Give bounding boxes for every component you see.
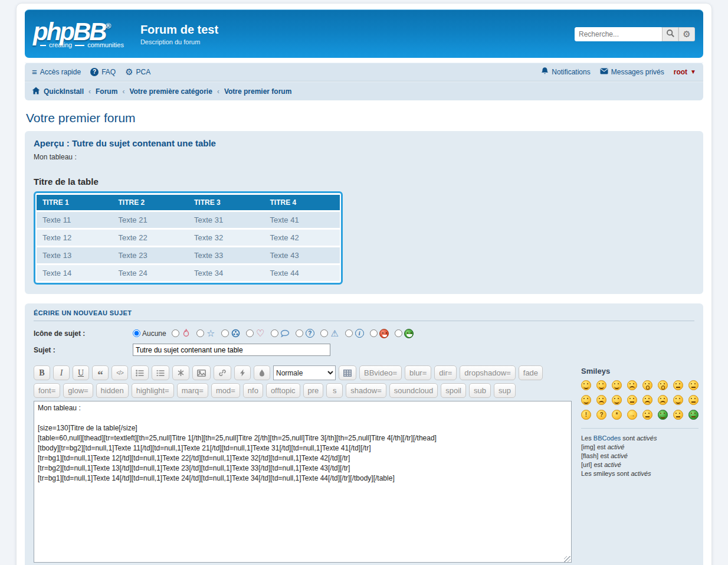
blur-button[interactable]: blur= (405, 365, 431, 380)
smiley-arrow-icon[interactable]: → (627, 410, 637, 420)
preview-table: TITRE 1 TITRE 2 TITRE 3 TITRE 4 Texte 11… (34, 191, 343, 285)
smiley-shocked-icon[interactable] (658, 380, 668, 390)
smiley-idea-icon[interactable]: * (612, 410, 622, 420)
navbar-top-row: ≡ Accès rapide ? FAQ ⚙ PCA Notifications (25, 63, 703, 81)
topic-icon-none-label: Aucune (142, 329, 166, 338)
smiley-mr-green-icon[interactable] (658, 410, 668, 420)
nfo-button[interactable]: nfo (243, 383, 263, 398)
ordered-list-button[interactable] (152, 365, 169, 380)
bullet-list-button[interactable] (131, 365, 149, 380)
smiley-ultra-geek-icon[interactable] (688, 410, 699, 420)
site-name[interactable]: Forum de test (140, 23, 218, 37)
pca-link[interactable]: ⚙ PCA (125, 67, 150, 76)
textarea-resize-handle[interactable] (564, 556, 570, 563)
topic-icon-radio-redface[interactable] (370, 329, 378, 337)
tagline-word-communities: communities (87, 42, 124, 48)
private-messages-link[interactable]: Messages privés (600, 68, 664, 76)
message-textarea[interactable]: Mon tableau : [size=130]Titre de la tabl… (34, 401, 572, 563)
fade-button[interactable]: fade (519, 365, 543, 380)
smiley-embarrassed-icon[interactable] (627, 395, 637, 405)
hidden-button[interactable]: hidden (96, 383, 129, 398)
topic-icon-radio-star[interactable] (196, 329, 204, 337)
code-button[interactable]: </> (112, 365, 128, 380)
quick-links-menu[interactable]: ≡ Accès rapide (32, 67, 81, 77)
topic-icon-radio-greenface[interactable] (395, 329, 402, 337)
faq-link[interactable]: ? FAQ (90, 68, 116, 76)
spoil-button[interactable]: spoil (441, 383, 466, 398)
smiley-cool-icon[interactable] (688, 380, 699, 390)
smiley-confused-icon[interactable] (673, 380, 683, 390)
subject-row: Sujet : (34, 344, 694, 356)
search-input[interactable] (575, 27, 662, 41)
breadcrumb-item-forum[interactable]: Forum (96, 87, 117, 96)
bbvideo-button[interactable]: BBvideo= (359, 365, 402, 380)
warning-triangle-icon: ⚠ (330, 328, 340, 338)
user-menu[interactable]: root ▼ (674, 68, 696, 76)
topic-icon-radio-warning[interactable] (320, 329, 328, 337)
topic-icon-radio-balls[interactable] (221, 329, 229, 337)
smiley-sad-icon[interactable] (627, 380, 637, 390)
topic-icon-radio-none[interactable] (133, 329, 140, 337)
smiley-mad-icon[interactable] (596, 395, 606, 405)
sup-button[interactable]: sup (494, 383, 516, 398)
search-button[interactable] (662, 27, 678, 41)
smiley-twisted-icon[interactable] (673, 395, 683, 405)
smiley-surprised-icon[interactable] (642, 380, 652, 390)
flash-button[interactable] (234, 365, 251, 380)
search-settings-button[interactable]: ⚙ (678, 27, 695, 41)
table-button[interactable] (339, 365, 356, 380)
home-icon[interactable] (32, 87, 40, 96)
marq-button[interactable]: marq= (177, 383, 208, 398)
smiley-exclaim-icon[interactable]: ! (581, 410, 591, 420)
phpbb-logo[interactable]: phpBB® creating communities (33, 19, 124, 48)
topic-icon-radio-bubble[interactable] (271, 329, 278, 337)
topic-icon-radio-heart[interactable] (246, 329, 254, 337)
breadcrumb-item-forum-name[interactable]: Votre premier forum (224, 87, 291, 96)
mod-button[interactable]: mod= (211, 383, 240, 398)
bold-button[interactable]: B (34, 365, 50, 380)
smiley-smile-icon[interactable] (596, 380, 606, 390)
shadow-button[interactable]: shadow= (346, 383, 386, 398)
image-button[interactable] (192, 365, 211, 380)
quote-button[interactable]: “ (92, 365, 109, 380)
glow-button[interactable]: glow= (63, 383, 93, 398)
highlight-button[interactable]: highlight= (132, 383, 174, 398)
smiley-rolleyes-icon[interactable] (688, 395, 699, 405)
strike-button[interactable]: s (326, 383, 343, 398)
dir-button[interactable]: dir= (434, 365, 457, 380)
smiley-question-icon[interactable]: ? (596, 410, 606, 420)
italic-button[interactable]: I (53, 365, 70, 380)
smiley-razz-icon[interactable] (612, 395, 622, 405)
smiley-crying-icon[interactable] (642, 395, 652, 405)
dropshadow-button[interactable]: dropshadow= (460, 365, 515, 380)
breadcrumb-item-quickinstall[interactable]: QuickInstall (44, 87, 84, 96)
color-droplet-button[interactable] (254, 365, 270, 380)
notifications-label: Notifications (552, 68, 590, 76)
smiley-very-happy-icon[interactable] (581, 380, 591, 390)
offtopic-button[interactable]: offtopic (266, 383, 300, 398)
font-button[interactable]: font= (34, 383, 60, 398)
smiley-laughing-icon[interactable] (581, 395, 591, 405)
table-header-cell: TITRE 3 (188, 195, 264, 210)
underline-button[interactable]: U (73, 365, 89, 380)
smiley-geek-icon[interactable] (673, 410, 683, 420)
font-size-select[interactable]: Normale (273, 365, 336, 380)
red-face-icon (379, 329, 389, 338)
link-button[interactable] (214, 365, 231, 380)
list-item-button[interactable] (172, 365, 189, 380)
subject-input[interactable] (133, 344, 330, 356)
smiley-evil-icon[interactable] (658, 395, 668, 405)
soundcloud-button[interactable]: soundcloud (389, 383, 438, 398)
balls-icon (231, 328, 241, 338)
smiley-wink-icon[interactable] (612, 380, 622, 390)
bbcodes-link[interactable]: BBCodes (593, 435, 621, 442)
topic-icon-radio-question[interactable] (296, 329, 303, 337)
notifications-link[interactable]: Notifications (541, 67, 590, 77)
smiley-neutral-icon[interactable] (642, 410, 652, 420)
breadcrumb-item-category[interactable]: Votre première catégorie (129, 87, 212, 96)
topic-icon-radio-info[interactable] (345, 329, 353, 337)
breadcrumb-separator: ‹ (121, 87, 126, 96)
sub-button[interactable]: sub (469, 383, 491, 398)
topic-icon-radio-fire[interactable] (172, 329, 179, 337)
pre-button[interactable]: pre (303, 383, 324, 398)
